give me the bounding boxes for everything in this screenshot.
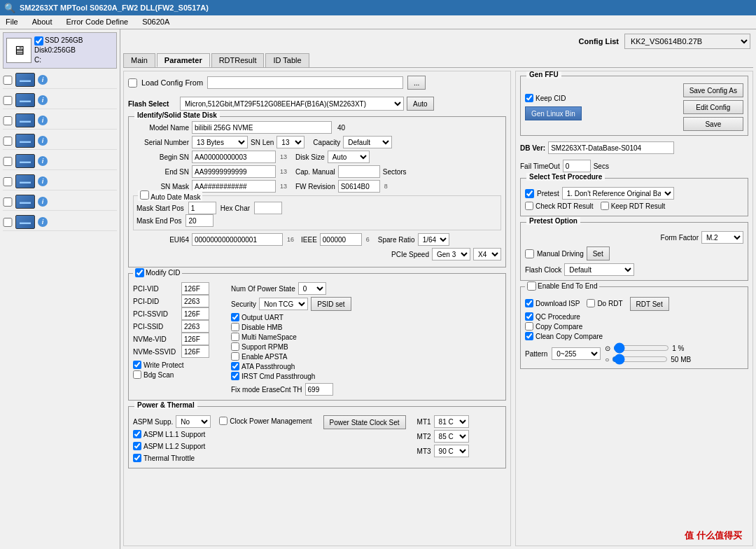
tab-idtable[interactable]: ID Table [265,53,309,67]
enable-apsta-check[interactable] [231,352,239,361]
aspm-l11-check[interactable] [133,430,141,438]
aspm-l12-check[interactable] [133,442,141,450]
end-sn-input[interactable] [192,165,276,178]
capacity-select[interactable]: Default [343,136,392,148]
rdt-set-btn[interactable]: RDT Set [630,297,669,311]
slot-5-info-btn[interactable]: i [38,156,48,166]
pattern-select[interactable]: 0~255 [552,347,601,360]
slot-7-check[interactable] [3,197,13,207]
db-ver-input[interactable] [548,141,674,154]
menu-about[interactable]: About [29,17,55,27]
gen-linux-bin-btn[interactable]: Gen Linux Bin [525,106,582,120]
slot-1-info-btn[interactable]: i [38,75,48,85]
enable-end-check[interactable] [527,282,536,291]
pci-ssvid-input[interactable] [181,307,209,320]
output-uart-check[interactable] [231,313,239,321]
mt2-select[interactable]: 85 C [434,430,469,443]
eui64-input[interactable] [192,233,283,246]
security-select[interactable]: Non TCG [259,298,308,310]
config-list-select[interactable]: KK2_VS0614B0.27B [624,34,750,49]
slot-3-check[interactable] [3,116,13,125]
slot-7-info-btn[interactable]: i [38,197,48,207]
slot-6-check[interactable] [3,177,13,186]
flash-clock-select[interactable]: Default [564,263,634,276]
form-factor-select[interactable]: M.2 [701,231,743,244]
sn-len-select[interactable]: 13 [276,136,304,148]
slot-4-check[interactable] [3,137,13,146]
pci-vid-input[interactable] [181,282,209,295]
bdg-scan-check[interactable] [133,370,141,379]
write-protect-check[interactable] [133,361,141,369]
disk-size-select[interactable]: Auto [328,151,370,163]
multi-namespace-check[interactable] [231,333,239,341]
load-config-input[interactable] [207,76,403,89]
nvme-vid-input[interactable] [181,333,209,345]
mb-slider[interactable] [612,354,668,364]
slot-8-check[interactable] [3,218,13,227]
slot-1-check[interactable] [3,76,13,85]
num-power-state-select[interactable]: 0 [298,282,326,295]
slot-4-info-btn[interactable]: i [38,136,48,146]
mask-start-pos-input[interactable] [188,202,216,214]
disable-hmb-check[interactable] [231,323,239,331]
tab-parameter[interactable]: Parameter [157,53,210,67]
fix-mode-input[interactable] [305,383,333,396]
menu-error-code[interactable]: Error Code Define [63,17,131,27]
pci-did-input[interactable] [181,295,209,307]
psid-set-btn[interactable]: PSID set [311,297,351,311]
fw-rev-input[interactable] [338,180,380,193]
slot-8-info-btn[interactable]: i [38,217,48,227]
tab-main[interactable]: Main [123,53,155,67]
pretest-select[interactable]: 1. Don't Reference Original Bad [562,187,674,200]
keep-rdt-check[interactable] [601,202,609,210]
fail-timeout-input[interactable] [563,160,591,172]
flash-select-dropdown[interactable]: Micron,512Gbit,MT29F512G08EEHAF(B16A)(SM… [180,97,404,111]
manual-driving-set-btn[interactable]: Set [587,246,610,260]
save-config-as-btn[interactable]: Save Config As [683,83,743,97]
pretest-check[interactable] [525,189,534,198]
slot-2-check[interactable] [3,96,13,105]
menu-file[interactable]: File [3,17,21,27]
slot-3-info-btn[interactable]: i [38,116,48,125]
copy-compare-check[interactable] [525,322,533,331]
mt1-select[interactable]: 81 C [434,415,469,428]
support-rpmb-check[interactable] [231,342,239,351]
aspm-supp-select[interactable]: No [176,415,211,428]
save-btn[interactable]: Save [683,117,743,131]
percent-slider[interactable] [613,343,669,353]
pcie-speed-select[interactable]: Gen 3 [432,248,470,260]
power-state-clock-set-btn[interactable]: Power State Clock Set [323,415,406,429]
auto-date-mask-check[interactable] [140,190,149,200]
spare-ratio-select[interactable]: 1/64 [418,233,449,246]
nvme-ssvid-input[interactable] [181,345,209,358]
device-checkbox[interactable] [34,36,43,46]
keep-cid-check[interactable] [525,94,533,102]
slot-5-check[interactable] [3,157,13,166]
slot-6-info-btn[interactable]: i [38,176,48,186]
modify-cid-check[interactable] [135,268,144,277]
download-isp-check[interactable] [525,299,533,307]
clean-copy-compare-check[interactable] [525,332,533,340]
clock-power-mgmt-check[interactable] [219,417,227,425]
mask-end-pos-input[interactable] [186,214,214,227]
irst-cmd-check[interactable] [231,372,239,380]
thermal-throttle-check[interactable] [133,454,141,462]
sn-mask-input[interactable] [192,180,276,193]
qc-procedure-check[interactable] [525,312,533,321]
ata-passthrough-check[interactable] [231,362,239,370]
pcie-x-select[interactable]: X4 [473,248,501,260]
model-name-input[interactable] [192,121,332,134]
check-rdt-check[interactable] [525,202,533,210]
load-config-check[interactable] [128,78,137,88]
load-config-browse-btn[interactable]: ... [407,76,426,90]
hex-char-input[interactable] [254,202,282,214]
manual-driving-check[interactable] [525,249,534,258]
cap-manual-input[interactable] [338,165,380,178]
menu-s0620a[interactable]: S0620A [139,17,172,27]
begin-sn-input[interactable] [192,151,276,163]
slot-2-info-btn[interactable]: i [38,95,48,105]
do-rdt-check[interactable] [587,299,595,307]
tab-rdtresult[interactable]: RDTResult [211,53,265,67]
pci-ssid-input[interactable] [181,320,209,333]
flash-auto-btn[interactable]: Auto [407,97,434,111]
